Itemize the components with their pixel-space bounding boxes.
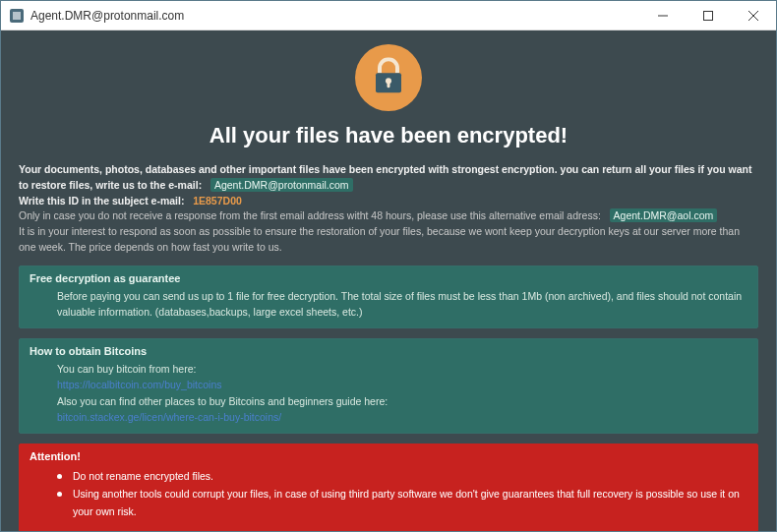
content-area: All your files have been encrypted! Your… bbox=[1, 30, 776, 531]
maximize-button[interactable] bbox=[686, 1, 731, 30]
window-controls bbox=[640, 1, 776, 30]
intro-line3: Only in case you do not receive a respon… bbox=[19, 209, 601, 221]
lock-icon-wrap bbox=[19, 44, 758, 115]
bitcoin-link2[interactable]: bitcoin.stackex.ge/licen/where-can-i-buy… bbox=[57, 411, 281, 423]
window-title: Agent.DMR@protonmail.com bbox=[30, 9, 640, 23]
attention-item: Do not rename encrypted files. bbox=[57, 468, 747, 486]
victim-id: 1E857D00 bbox=[193, 195, 242, 207]
primary-email: Agent.DMR@protonmail.com bbox=[210, 178, 353, 192]
attention-title: Attention! bbox=[30, 450, 747, 462]
svg-rect-8 bbox=[388, 81, 390, 88]
decryption-panel-body: Before paying you can send us up to 1 fi… bbox=[30, 288, 747, 321]
bitcoin-panel-title: How to obtain Bitcoins bbox=[30, 345, 747, 357]
secondary-email: Agent.DMR@aol.com bbox=[610, 208, 718, 222]
app-window: Agent.DMR@protonmail.com bbox=[0, 0, 777, 532]
lock-icon bbox=[355, 44, 422, 111]
bitcoin-line2: Also you can find other places to buy Bi… bbox=[57, 395, 388, 407]
headline: All your files have been encrypted! bbox=[19, 123, 758, 148]
decryption-panel: Free decryption as guarantee Before payi… bbox=[19, 266, 758, 329]
bitcoin-line1: You can buy bitcoin from here: bbox=[57, 363, 196, 375]
decryption-panel-title: Free decryption as guarantee bbox=[30, 272, 747, 284]
intro-text: Your documents, photos, databases and ot… bbox=[19, 162, 758, 256]
bitcoin-link1[interactable]: https://localbitcoin.com/buy_bitcoins bbox=[57, 379, 222, 390]
titlebar: Agent.DMR@protonmail.com bbox=[1, 1, 776, 30]
svg-rect-3 bbox=[704, 11, 713, 20]
svg-rect-1 bbox=[13, 12, 21, 20]
close-button[interactable] bbox=[731, 1, 776, 30]
intro-line1: Your documents, photos, databases and ot… bbox=[19, 163, 751, 191]
attention-item: Using another tools could corrupt your f… bbox=[57, 486, 747, 521]
app-icon bbox=[9, 8, 25, 24]
minimize-button[interactable] bbox=[640, 1, 686, 30]
intro-line2: Write this ID in the subject e-mail: bbox=[19, 195, 184, 207]
intro-line4: It is in your interest to respond as soo… bbox=[19, 225, 740, 253]
bitcoin-panel-body: You can buy bitcoin from here: https://l… bbox=[30, 361, 747, 425]
bitcoin-panel: How to obtain Bitcoins You can buy bitco… bbox=[19, 338, 758, 434]
attention-list: Do not rename encrypted files. Using ano… bbox=[30, 468, 747, 521]
attention-panel: Attention! Do not rename encrypted files… bbox=[19, 443, 758, 531]
